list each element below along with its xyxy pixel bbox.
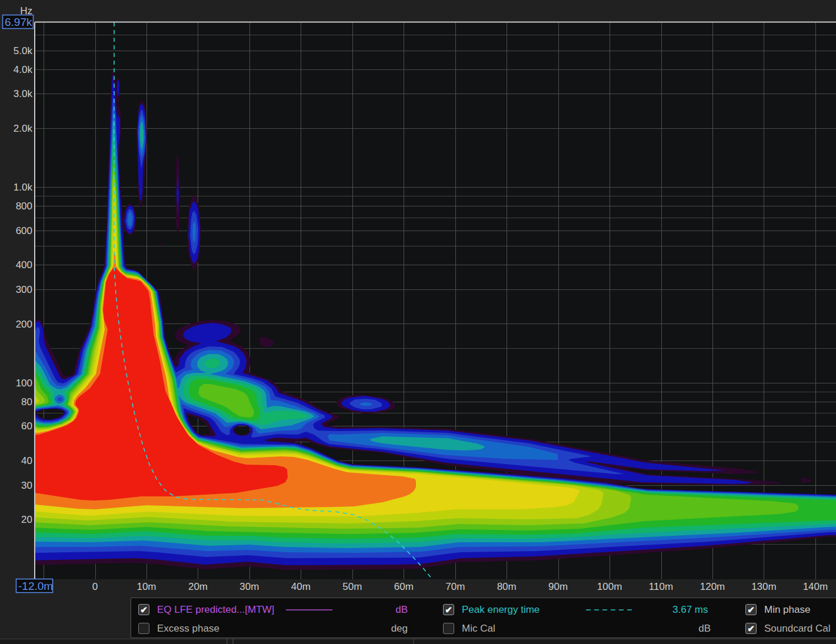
svg-text:10m: 10m <box>136 581 156 592</box>
svg-text:5.0k: 5.0k <box>14 45 33 56</box>
svg-text:800: 800 <box>16 201 32 212</box>
svg-text:30: 30 <box>21 480 32 491</box>
svg-text:4.0k: 4.0k <box>14 64 33 75</box>
svg-text:200: 200 <box>16 319 32 330</box>
svg-text:70m: 70m <box>445 581 465 592</box>
svg-text:40: 40 <box>21 455 32 466</box>
svg-text:60m: 60m <box>394 581 414 592</box>
svg-text:120m: 120m <box>700 581 725 592</box>
svg-text:20m: 20m <box>188 581 208 592</box>
svg-text:400: 400 <box>16 259 32 271</box>
svg-text:60: 60 <box>21 421 32 432</box>
svg-text:140m: 140m <box>803 581 828 592</box>
svg-text:600: 600 <box>16 225 32 236</box>
svg-text:0: 0 <box>92 581 98 592</box>
svg-text:3.0k: 3.0k <box>14 88 33 99</box>
svg-text:40m: 40m <box>291 581 311 592</box>
svg-text:20: 20 <box>21 514 32 525</box>
svg-text:2.0k: 2.0k <box>14 123 33 134</box>
svg-text:80: 80 <box>21 396 32 408</box>
svg-text:1.0k: 1.0k <box>14 182 33 193</box>
svg-text:130m: 130m <box>751 581 777 592</box>
svg-text:100: 100 <box>16 378 32 389</box>
svg-text:80m: 80m <box>497 581 517 592</box>
svg-text:100m: 100m <box>597 581 622 592</box>
svg-text:110m: 110m <box>649 581 673 592</box>
svg-text:30m: 30m <box>239 581 259 592</box>
svg-text:300: 300 <box>16 284 32 295</box>
svg-text:90m: 90m <box>548 581 568 592</box>
svg-text:50m: 50m <box>342 581 362 592</box>
